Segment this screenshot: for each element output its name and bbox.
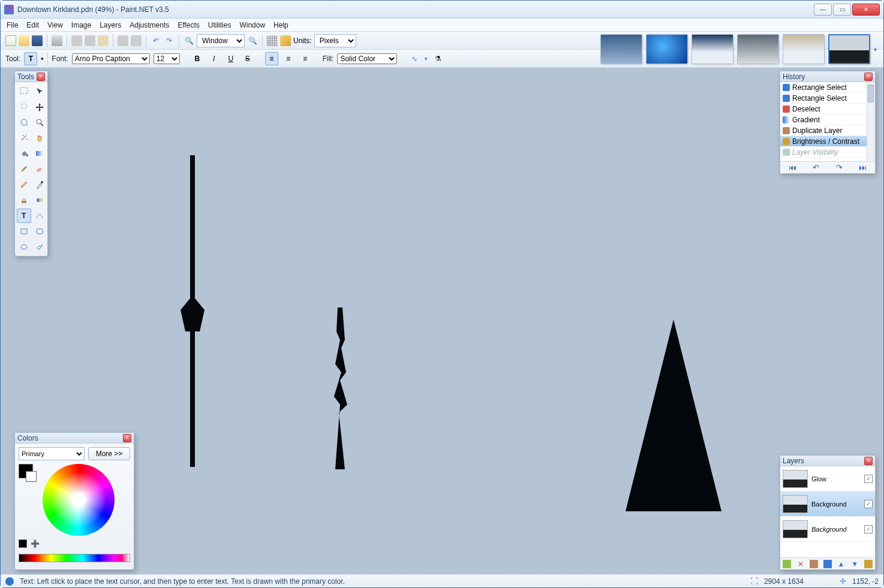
underline-button[interactable]: U [224, 52, 237, 65]
history-item-selected[interactable]: Brightness / Contrast [780, 136, 875, 147]
menu-edit[interactable]: Edit [26, 21, 39, 29]
paste-icon[interactable] [98, 35, 109, 46]
delete-layer-icon[interactable]: ✕ [796, 560, 805, 568]
menu-adjustments[interactable]: Adjustments [130, 21, 169, 29]
colors-panel[interactable]: Colors × Primary More >> ➕ [14, 432, 134, 570]
menu-view[interactable]: View [47, 21, 63, 29]
save-icon[interactable] [32, 35, 43, 46]
recolor-tool[interactable] [32, 193, 47, 207]
menu-layers[interactable]: Layers [100, 21, 121, 29]
move-down-icon[interactable]: ▼ [850, 560, 859, 568]
deselect-icon[interactable] [131, 35, 142, 46]
add-layer-icon[interactable] [783, 560, 791, 568]
layer-row[interactable]: Background ✓ [780, 517, 875, 542]
close-icon[interactable]: × [864, 73, 873, 81]
maximize-button[interactable]: ▭ [833, 4, 851, 16]
cut-icon[interactable] [71, 35, 82, 46]
color-wheel[interactable] [43, 464, 115, 536]
thumbs-dropdown-icon[interactable]: ▾ [874, 46, 877, 53]
redo-icon[interactable]: ↷ [164, 35, 175, 46]
pencil-tool[interactable] [17, 177, 31, 192]
fill-combo[interactable]: Solid Color [337, 53, 397, 64]
move-pixels-tool[interactable] [32, 99, 47, 114]
tools-panel-header[interactable]: Tools × [15, 71, 47, 82]
close-icon[interactable]: × [864, 457, 873, 465]
crop-icon[interactable] [118, 35, 128, 46]
line-tool[interactable] [32, 209, 47, 223]
history-item[interactable]: Duplicate Layer [780, 125, 875, 136]
thumbnail-3[interactable] [691, 34, 733, 64]
close-icon[interactable]: × [123, 434, 131, 442]
history-item[interactable]: Rectangle Select [780, 93, 875, 104]
minimize-button[interactable]: — [814, 4, 832, 16]
rewind-icon[interactable]: ⏮ [789, 163, 796, 172]
copy-icon[interactable] [85, 35, 95, 46]
clone-stamp-tool[interactable] [17, 193, 31, 207]
layer-visible-checkbox[interactable]: ✓ [864, 475, 873, 483]
history-list[interactable]: Rectangle Select Rectangle Select Desele… [780, 82, 875, 161]
align-left-button[interactable]: ≡ [265, 52, 278, 65]
close-button[interactable]: ✕ [852, 4, 880, 16]
font-combo[interactable]: Arno Pro Caption [72, 53, 150, 64]
text-tool-icon[interactable]: T [24, 52, 37, 65]
colors-panel-header[interactable]: Colors × [15, 433, 134, 444]
paint-bucket-tool[interactable] [17, 146, 31, 161]
history-item-future[interactable]: Layer Visibility [780, 147, 875, 158]
dropdown-icon[interactable]: ▾ [41, 56, 44, 62]
color-swatches[interactable] [19, 464, 38, 478]
new-icon[interactable] [5, 35, 16, 46]
zoom-out-icon[interactable]: 🔍 [184, 35, 194, 46]
antialias-icon[interactable]: ∿ [408, 52, 421, 65]
menu-file[interactable]: File [7, 21, 18, 29]
palette-strip[interactable] [19, 554, 130, 562]
layer-visible-checkbox[interactable]: ✓ [864, 500, 873, 508]
freeform-tool[interactable] [32, 240, 47, 254]
gradient-tool[interactable] [32, 146, 47, 161]
titlebar[interactable]: Downtown Kirkland.pdn (49%) - Paint.NET … [1, 1, 883, 19]
move-selection-tool[interactable] [32, 84, 47, 98]
zoom-tool[interactable] [32, 115, 47, 129]
scrollbar[interactable] [867, 82, 875, 161]
font-size-combo[interactable]: 12 [154, 53, 180, 64]
layers-panel[interactable]: Layers × Glow ✓ Background ✓ Background … [780, 455, 876, 570]
ruler-icon[interactable] [280, 35, 291, 46]
secondary-color-swatch[interactable] [26, 471, 37, 482]
layer-visible-checkbox[interactable]: ✓ [864, 525, 873, 533]
add-color-icon[interactable]: ➕ [31, 539, 40, 548]
align-center-button[interactable]: ≡ [282, 52, 295, 65]
dropdown-icon[interactable]: ▾ [425, 56, 428, 62]
menu-effects[interactable]: Effects [178, 21, 199, 29]
menu-window[interactable]: Window [239, 21, 265, 29]
lasso-tool[interactable] [17, 99, 31, 114]
zoom-combo[interactable]: Window [197, 34, 245, 47]
history-item[interactable]: Gradient [780, 114, 875, 125]
units-combo[interactable]: Pixels [314, 34, 356, 47]
rounded-rect-tool[interactable] [32, 224, 47, 239]
duplicate-layer-icon[interactable] [810, 560, 818, 568]
thumbnail-2[interactable] [646, 34, 688, 64]
thumbnail-5[interactable] [783, 34, 825, 64]
history-panel-header[interactable]: History × [780, 71, 875, 82]
fast-forward-icon[interactable]: ⏭ [859, 163, 867, 172]
menu-image[interactable]: Image [71, 21, 91, 29]
rectangle-tool[interactable] [17, 224, 31, 239]
menu-help[interactable]: Help [273, 21, 288, 29]
eraser-tool[interactable] [32, 162, 47, 176]
blend-icon[interactable]: ⚗ [431, 52, 444, 65]
undo-icon[interactable]: ↶ [151, 35, 161, 46]
thumbnail-1[interactable] [600, 34, 642, 64]
more-button[interactable]: More >> [88, 447, 130, 460]
pan-tool[interactable] [32, 131, 47, 145]
italic-button[interactable]: I [208, 52, 221, 65]
grid-icon[interactable] [267, 35, 278, 46]
magic-wand-tool[interactable] [17, 131, 31, 145]
history-item[interactable]: Rectangle Select [780, 82, 875, 93]
color-picker-tool[interactable] [32, 177, 47, 192]
merge-down-icon[interactable] [823, 560, 832, 568]
thumbnail-4[interactable] [737, 34, 779, 64]
layers-panel-header[interactable]: Layers × [780, 456, 875, 466]
layer-row-selected[interactable]: Background ✓ [780, 491, 875, 517]
paintbrush-tool[interactable] [17, 162, 31, 176]
close-icon[interactable]: × [37, 73, 45, 81]
thumbnail-6-active[interactable] [828, 34, 870, 64]
